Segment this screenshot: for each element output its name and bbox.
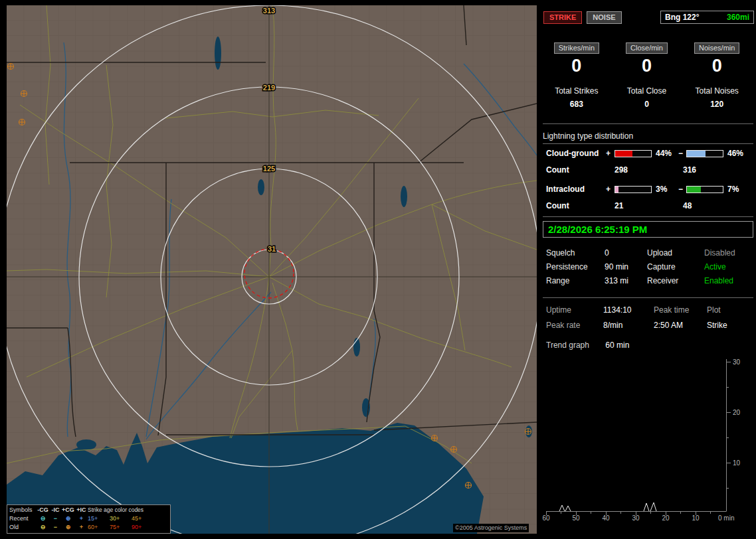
cg-minus-count: 316 [683, 165, 696, 175]
bearing-value: Bng 122° [665, 13, 699, 22]
upload-value: Disabled [704, 248, 753, 258]
strike-button[interactable]: STRIKE [543, 11, 582, 24]
total-strikes-label: Total Strikes [541, 86, 612, 96]
bearing-range-value: 360mi [727, 13, 749, 22]
old-pcg-icon: ⊕ [61, 523, 75, 532]
y-tick-30: 30 [733, 358, 741, 366]
plot-label: Plot [707, 305, 753, 315]
status-grid: Squelch 0 Upload Disabled Persistence 90… [546, 248, 753, 285]
distribution-title: Lightning type distribution [543, 131, 753, 144]
cg-plus-sign: + [606, 149, 614, 158]
legend-recent-label: Recent [9, 514, 36, 523]
receiver-label: Receiver [647, 276, 704, 285]
y-tick-20: 20 [733, 409, 741, 416]
uptime-label: Uptime [546, 305, 603, 315]
capture-label: Capture [647, 262, 704, 271]
total-noises-cell: Total Noises 120 [682, 86, 752, 109]
total-strikes-cell: Total Strikes 683 [541, 86, 612, 109]
strikes-per-min-button[interactable]: Strikes/min [554, 42, 599, 54]
total-noises-label: Total Noises [682, 86, 752, 96]
peak-time-value: 2:50 AM [654, 321, 707, 330]
legend-age-title: Strike age color codes [88, 506, 153, 514]
ic-plus-pct: 3% [656, 185, 678, 194]
noises-per-min-button[interactable]: Noises/min [694, 42, 739, 54]
separator [543, 297, 753, 298]
x-tick-50: 50 [572, 514, 580, 522]
trend-window-value: 60 min [605, 341, 629, 350]
squelch-label: Squelch [546, 248, 605, 258]
legend-col-pic: +IC [75, 506, 88, 514]
old-pic-icon: + [75, 523, 88, 532]
x-tick-10: 10 [692, 514, 700, 522]
noises-per-min-cell: Noises/min 0 [682, 41, 752, 76]
age-45: 45+ [132, 514, 153, 523]
info-grid: Uptime 1134:10 Peak time Plot Peak rate … [546, 305, 753, 330]
separator [543, 216, 753, 217]
ic-minus-pct: 7% [727, 185, 751, 194]
total-noises-value: 120 [682, 100, 752, 109]
x-tick-40: 40 [602, 514, 610, 522]
recent-pcg-icon: ⊕ [61, 514, 75, 523]
peak-rate-value: 8/min [603, 321, 654, 330]
ic-minus-sign: − [678, 185, 686, 194]
y-tick-10: 10 [733, 459, 741, 467]
legend-col-nic: -IC [50, 506, 61, 514]
squelch-value: 0 [605, 248, 647, 258]
cg-minus-pct: 46% [727, 149, 751, 158]
trend-graph-label: Trend graph [546, 341, 603, 350]
cg-minus-gauge [686, 150, 723, 157]
age-90: 90+ [132, 523, 153, 532]
noise-button[interactable]: NOISE [587, 11, 621, 24]
total-strikes-value: 683 [541, 100, 612, 109]
datetime-display: 2/28/2026 6:25:19 PM [543, 221, 753, 238]
upload-label: Upload [647, 248, 704, 258]
trend-axes [546, 359, 731, 515]
recent-ncg-icon: ⊖ [36, 514, 50, 523]
cg-plus-gauge [614, 150, 652, 157]
ic-plus-count: 21 [614, 201, 683, 210]
legend-col-ncg: -CG [36, 506, 50, 514]
cg-count-label: Count [546, 165, 614, 175]
stormvue-window: 313 219 125 31 Symbols -CG -IC +CG +IC S… [0, 0, 756, 539]
x-tick-20: 20 [662, 514, 670, 522]
legend-symbols-label: Symbols [9, 506, 36, 514]
cg-plus-pct: 44% [656, 149, 678, 158]
copyright-text: ©2005 Astrogenic Systems [453, 524, 529, 532]
intracloud-label: Intracloud [546, 185, 606, 194]
intracloud-row: Intracloud + 3% − 7% [546, 185, 751, 194]
age-15: 15+ [88, 514, 110, 523]
radar-map[interactable]: 313 219 125 31 [7, 5, 537, 534]
persistence-label: Persistence [546, 262, 605, 271]
trend-header: Trend graph 60 min [546, 341, 629, 350]
ic-minus-count: 48 [683, 201, 692, 210]
cg-minus-sign: − [678, 149, 686, 158]
ic-minus-gauge [686, 186, 723, 193]
ring-label-219: 219 [263, 84, 275, 92]
x-origin-label: 0 min [718, 514, 734, 522]
map-area[interactable]: 313 219 125 31 [7, 5, 537, 534]
persistence-value: 90 min [605, 262, 647, 271]
ic-plus-gauge [614, 186, 652, 193]
trend-spikes [559, 502, 656, 511]
total-close-value: 0 [612, 100, 682, 109]
total-close-label: Total Close [612, 86, 682, 96]
close-per-min-value: 0 [612, 56, 682, 76]
trend-tick-labels: 30 20 10 60 50 40 30 20 10 0 min [542, 358, 740, 522]
legend-old-label: Old [9, 523, 36, 532]
plot-value: Strike [707, 321, 753, 330]
peak-time-label: Peak time [654, 305, 707, 315]
noises-per-min-value: 0 [682, 56, 752, 76]
ring-label-313: 313 [263, 7, 275, 15]
age-60: 60+ [88, 523, 110, 532]
old-ncg-icon: ⊖ [36, 523, 50, 532]
capture-value: Active [704, 262, 753, 271]
range-value: 313 mi [605, 276, 647, 285]
age-75: 75+ [110, 523, 132, 532]
close-per-min-button[interactable]: Close/min [626, 42, 668, 54]
recent-pic-icon: + [75, 514, 88, 523]
control-panel: STRIKE NOISE Bng 122° 360mi Strikes/min … [541, 0, 756, 539]
range-label: Range [546, 276, 605, 285]
symbol-legend: Symbols -CG -IC +CG +IC Strike age color… [7, 504, 171, 534]
strikes-per-min-cell: Strikes/min 0 [541, 41, 612, 76]
x-tick-30: 30 [632, 514, 640, 522]
